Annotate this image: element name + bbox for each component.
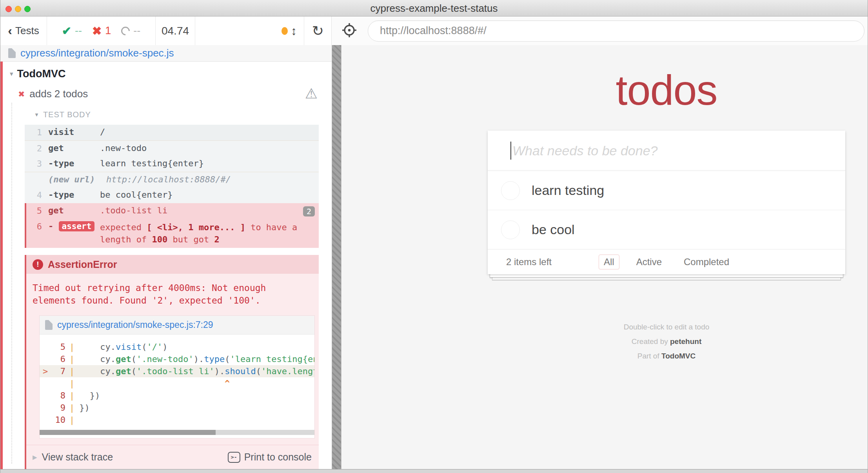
pending-count: -- [133,25,140,37]
code-line: 8 | }) [40,389,314,402]
code-line: 9 | }) [40,402,314,414]
indent-guide [11,103,12,464]
x-icon: ✖ [92,24,102,38]
up-down-arrow-icon: ↕ [291,24,297,38]
command-number: 1 [25,127,42,137]
todo-item: be cool [488,210,845,249]
command-name: -type [48,158,100,168]
warning-icon: ⚠ [305,86,318,102]
command-name: -type [48,190,100,200]
todo-toggle-checkbox[interactable] [501,181,520,200]
assert-command-row[interactable]: 6 - assert expected [ <li>, 1 more... ] … [26,219,319,248]
selector-playground-icon[interactable] [342,23,357,39]
error-header: ! AssertionError [26,255,319,274]
code-frame-file-link[interactable]: cypress/integration/smoke-spec.js:7:29 [57,320,213,330]
chevron-right-icon: ▶ [33,454,37,461]
spec-header: cypress/integration/smoke-spec.js [0,45,332,62]
filter-active[interactable]: Active [631,255,667,269]
refresh-button[interactable]: ↻ [304,16,331,45]
check-icon: ✔ [62,24,71,38]
test-row-adds-2-todos[interactable]: ✖ adds 2 todos ⚠ [3,80,332,100]
todo-label[interactable]: be cool [532,222,575,237]
scrollbar-thumb[interactable] [40,430,216,435]
file-icon [8,48,16,58]
url-address-bar[interactable]: http://localhost:8888/#/ [368,20,864,42]
error-message: Timed out retrying after 4000ms: Not eno… [26,274,301,310]
suite-row-todomvc[interactable]: ▾ TodoMVC [3,62,332,80]
command-message: be cool{enter} [100,190,319,200]
command-number [25,175,42,175]
stack-trace-row: ▶ View stack trace >- Print to console [26,445,319,469]
command-name: get [48,206,100,215]
code-frame-header: cypress/integration/smoke-spec.js:7:29 [40,316,314,335]
command-message: http://localhost:8888/#/ [106,175,319,184]
input-placeholder: What needs to be done? [512,143,658,158]
new-url-row[interactable]: (new url) http://localhost:8888/#/ [25,172,319,187]
titlebar: cypress-example-test-status [0,0,868,16]
code-line: 5 | cy.visit('/') [40,341,314,353]
panel-resize-handle[interactable] [332,45,341,469]
refresh-icon: ↻ [312,23,323,39]
print-to-console-button[interactable]: >- Print to console [228,451,312,463]
test-body-toggle[interactable]: ▼ TEST BODY [3,100,332,119]
todo-card: What needs to be done? learn testing be … [488,131,845,274]
todo-label[interactable]: learn testing [532,183,604,198]
todo-toggle-checkbox[interactable] [501,220,520,239]
filter-completed[interactable]: Completed [679,255,734,269]
failed-command-group: 5 get .todo-list li 2 6 - assert expecte… [25,203,319,248]
test-name: adds 2 todos [29,88,88,100]
test-failed-icon: ✖ [18,88,25,100]
todomvc-link[interactable]: TodoMVC [661,352,695,360]
failed-count: 1 [105,25,111,37]
back-to-tests-button[interactable]: ‹ Tests [0,16,47,45]
todo-item: learn testing [488,171,845,210]
window-bottom-edge [0,469,868,473]
command-row[interactable]: 5 get .todo-list li 2 [26,203,319,219]
filter-all[interactable]: All [599,255,619,269]
todo-footer: 2 items left All Active Completed [488,249,845,274]
passed-stat: ✔ -- [62,24,82,38]
command-number: 4 [25,190,42,200]
chevron-left-icon: ‹ [8,24,12,38]
command-row[interactable]: 4 -type be cool{enter} [25,187,319,203]
command-row[interactable]: 1 visit / [25,125,319,140]
error-pointer-icon: > [43,365,48,377]
command-message: learn testing{enter} [100,158,319,168]
suite-name: TodoMVC [17,68,66,80]
command-name: visit [48,127,100,137]
app-iframe-area: todos What needs to be done? learn testi… [341,45,868,469]
code-frame: cypress/integration/smoke-spec.js:7:29 5… [39,315,315,438]
todos-app-title: todos [616,65,717,115]
command-number: 3 [25,158,42,169]
info-line-author: Created by petehunt [624,334,710,349]
command-number: 2 [25,143,42,153]
url-text: http://localhost:8888/#/ [380,25,487,37]
view-stack-trace-toggle[interactable]: ▶ View stack trace [33,451,113,463]
command-row[interactable]: 3 -type learn testing{enter} [25,156,319,172]
runnables: ▾ TodoMVC ✖ adds 2 todos ⚠ ▼ TEST BODY 1… [0,62,332,469]
spec-file-link[interactable]: cypress/integration/smoke-spec.js [20,47,174,59]
command-name: get [48,143,100,153]
duration-timer: 04.74 [155,16,195,45]
assert-message: expected [ <li>, 1 more... ] to have a l… [100,221,312,246]
terminal-icon: >- [228,452,240,463]
info-line-edit: Double-click to edit a todo [624,320,710,334]
command-log-panel: cypress/integration/smoke-spec.js ▾ Todo… [0,45,332,469]
stack-trace-label: View stack trace [42,451,113,463]
window-title: cypress-example-test-status [0,0,868,16]
cypress-runner-window: cypress-example-test-status ‹ Tests ✔ --… [0,0,868,473]
print-console-label: Print to console [244,451,312,463]
assert-badge: assert [59,221,95,231]
error-name: AssertionError [48,259,117,270]
command-message: .new-todo [100,143,319,153]
test-stats: ✔ -- ✖ 1 -- [47,16,155,45]
app-header: http://localhost:8888/#/ [332,16,868,45]
failed-stat: ✖ 1 [92,24,111,38]
command-number: 5 [26,206,42,216]
author-link[interactable]: petehunt [670,337,701,346]
command-row[interactable]: 2 get .new-todo [25,140,319,156]
new-todo-input[interactable]: What needs to be done? [488,131,845,171]
viewport-scale-indicator[interactable]: ↕ [281,16,304,45]
passed-count: -- [75,25,82,37]
horizontal-scrollbar[interactable] [40,430,314,435]
